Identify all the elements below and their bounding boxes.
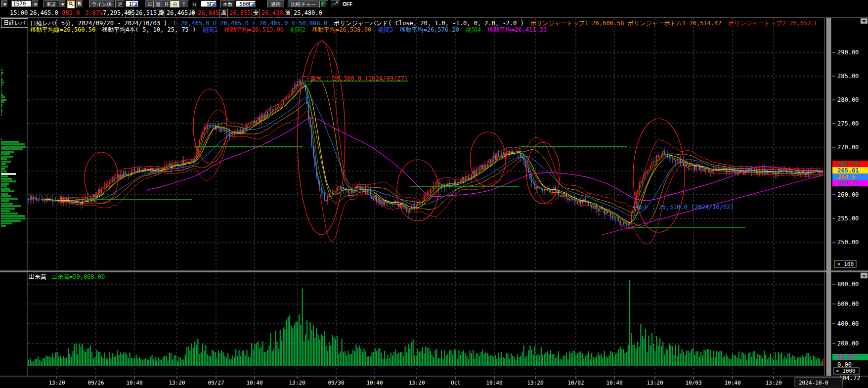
axis-splitter-bar[interactable] [826, 18, 831, 376]
open-label: 始 [188, 9, 196, 17]
depth-bars-icon [320, 1, 327, 6]
toolbar: 東証 ライン保存 足 1 日 週 月 分 T 分 5 本数 500 適用 比較チ… [0, 0, 868, 8]
quote-bar: 15:00 26,465.0 985.0 3.87% 7,295,495 売 2… [0, 8, 868, 17]
volume-pane-value: 出来高=50,868.00 [51, 273, 105, 280]
price-axis-label: 250.00 [837, 239, 859, 246]
indicator-header-segment: 期間2 [290, 26, 305, 33]
indicator-header-segment: 期間4 [466, 26, 481, 33]
price-axis-label: 285.00 [837, 73, 859, 80]
memo-edit-button[interactable] [76, 0, 83, 8]
price-axis-label: 280.00 [837, 96, 859, 103]
symbol-dropdown-button[interactable] [32, 0, 39, 7]
time-axis-label: 09/26 [87, 380, 104, 386]
price-axis-label: 260.00 [837, 191, 859, 198]
chart-window: ←最大 : 28,380.0 (2024/09/27)←最小 : 25,310.… [0, 0, 868, 388]
time-axis-label: 13:20 [169, 380, 185, 386]
volume-pane-menu-button[interactable] [861, 273, 868, 278]
quote-change: 985.0 [62, 9, 80, 16]
minute-unit-label: 分 [192, 1, 197, 7]
spin-icon[interactable] [210, 2, 216, 7]
minute-interval-input[interactable]: 5 [201, 0, 217, 7]
price-axis-label: 290.00 [837, 49, 859, 56]
bar-label: 足 [115, 0, 125, 8]
volume-axis-label: 400.00 [837, 320, 859, 327]
volume-axis-label: 600.00 [837, 301, 859, 307]
indicator-header-segment: 期間1 [202, 26, 217, 33]
current-date-label: 2024-10-0 [799, 380, 828, 386]
indicator-header-segment: 移動平均=26,411.33 [487, 26, 547, 33]
current-date-box: 2024-10-0 [795, 378, 842, 387]
volume-tag-value: 50.87 [837, 354, 855, 361]
notepad-pencil-icon [77, 1, 82, 6]
line-chart-button[interactable] [331, 0, 340, 8]
line-save-button[interactable]: ライン保存 [89, 0, 115, 8]
prev-close-price: 25,480.0 [294, 9, 322, 16]
price-tag-value: 264.11 [837, 180, 859, 187]
volume-multiplier-label: × 1000 [836, 368, 856, 374]
quote-last-price: 26,465.0 [30, 9, 58, 16]
indicator-header-segment: 移動平均線=26,560.50 [30, 26, 95, 33]
ask-label: 売 [126, 9, 134, 17]
spin-icon[interactable] [132, 2, 137, 7]
time-axis-label: 13:20 [527, 380, 543, 386]
indicator-header-segment: ボリンジャートップ1=26,606.58 ボリンジャーボトム1=26,514.4… [530, 20, 722, 27]
volume-axis-label: 200.00 [837, 340, 859, 347]
depth-chart-button[interactable] [319, 0, 328, 8]
market-dropdown-button[interactable] [59, 0, 66, 7]
caret-down-icon [61, 3, 65, 6]
time-axis-label: 10:40 [486, 380, 502, 386]
apply-button[interactable]: 適用 [267, 0, 285, 8]
price-pane-menu-button[interactable] [861, 18, 868, 24]
indicator-header-segment: 移動平均=26,513.00 [224, 26, 284, 33]
time-axis-label: 10:40 [606, 380, 622, 386]
time-axis-label: Oct [451, 380, 461, 386]
symbol-history-dropdown-button[interactable] [1, 0, 8, 7]
compare-chart-button[interactable]: 比較チャート [288, 0, 319, 8]
spin-icon[interactable] [249, 2, 255, 7]
session-low-annotation: ←最小 : 25,310.0 (2024/10/02) [633, 204, 734, 211]
high-label: 高 [219, 9, 228, 17]
indicator-header-segment: 移動平均=26,576.20 [400, 26, 459, 33]
time-axis-label: 13:20 [48, 380, 65, 386]
symbol-input[interactable] [11, 0, 31, 7]
chart-tab-nikkei-leveraged[interactable]: 日経レバ [1, 18, 28, 28]
chart-canvas[interactable]: ←最大 : 28,380.0 (2024/09/27)←最小 : 25,310.… [0, 0, 868, 388]
caret-down-icon [3, 3, 7, 6]
price-axis-label: 275.00 [837, 120, 859, 127]
volume-pane-title: 出来高 [29, 273, 46, 280]
price-multiplier-label: × 100 [837, 261, 854, 267]
indicator-header-segment: ボリンジャートップ2=26,652.66 ボリンジャーボトム2=26,468.3… [728, 20, 816, 27]
price-tag-value: 266.53 [837, 161, 859, 168]
market-select[interactable]: 東証 [43, 0, 59, 8]
indicator-header-segment: 期間3 [378, 26, 393, 33]
magnifier-icon [69, 1, 74, 6]
symbol-search-button[interactable] [67, 0, 75, 9]
bar-interval-input[interactable]: 1 [126, 0, 138, 7]
bar-count-input[interactable]: 500 [236, 0, 256, 7]
time-axis-label: 13:20 [765, 380, 781, 386]
time-axis-label: 10/03 [685, 380, 701, 386]
price-tag-value: 264.6 [837, 173, 855, 180]
volume-pane-header: 出来高出来高=50,868.00 [29, 273, 105, 281]
volume-zero-label: 0.00 [837, 361, 852, 368]
time-axis-label: 09/27 [208, 380, 224, 386]
indicator-header-line2: 移動平均線=26,560.50移動平均4本( 5, 10, 25, 75 )期間… [30, 26, 553, 34]
count-label: 本数 [220, 0, 235, 8]
period-minute-button[interactable]: 分 [170, 0, 180, 8]
time-axis-label: 10/02 [567, 380, 584, 386]
time-axis-label: 13:20 [408, 380, 425, 386]
line-chart-icon [332, 1, 339, 6]
price-axis-label: 255.00 [837, 215, 859, 222]
time-axis-label: 10:40 [724, 380, 740, 386]
time-axis-label: 10:40 [366, 380, 383, 386]
session-high-annotation: ←最大 : 28,380.0 (2024/09/27) [306, 75, 408, 82]
time-axis-label: 09/30 [328, 380, 344, 386]
price-axis-label: 270.00 [837, 144, 859, 151]
price-tag-value: 265.61 [837, 167, 859, 174]
quote-time: 15:00 [10, 9, 28, 16]
volume-axis-label: 800.00 [837, 281, 859, 288]
period-tick-button[interactable]: T [179, 0, 189, 8]
prev-close-label: 前 [284, 9, 292, 17]
caret-down-icon [34, 3, 38, 6]
time-axis-label: 13:20 [289, 380, 305, 386]
